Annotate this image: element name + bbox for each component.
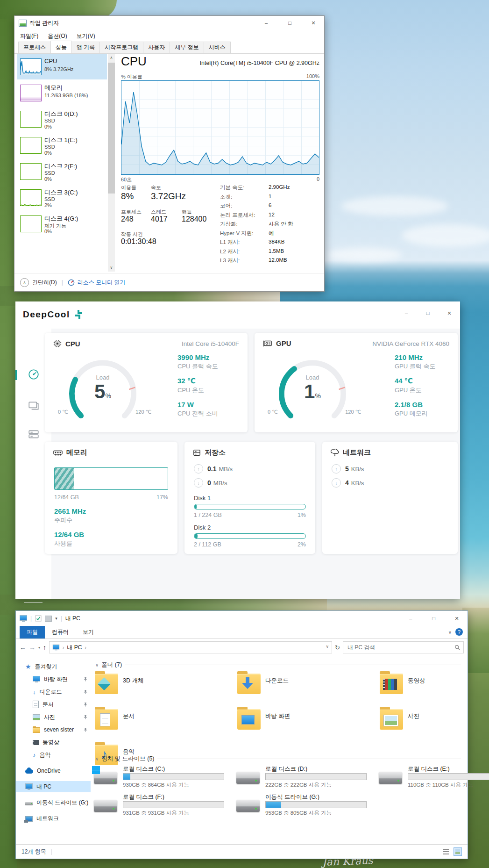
tab-file[interactable]: 파일 <box>20 626 45 638</box>
details-view-button[interactable] <box>443 848 451 855</box>
cpu-model: Intel(R) Core(TM) i5-10400F CPU @ 2.90GH… <box>199 60 319 66</box>
folder-tile-documents[interactable]: 문서 <box>94 709 234 733</box>
sidebar-item-pictures[interactable]: 사진 <box>33 711 88 723</box>
tab-computer[interactable]: 컴퓨터 <box>45 626 76 638</box>
maximize-button[interactable]: □ <box>423 611 445 626</box>
deepcool-titlebar[interactable]: DeepCool <box>23 309 84 320</box>
sidebar-item-removable-g[interactable]: 이동식 드라이브 (G:) <box>25 797 88 808</box>
drive-tile-c[interactable]: 로컬 디스크 (C:) 930GB 중 864GB 사용 가능 <box>94 765 234 790</box>
tab-view[interactable]: 보기 <box>76 626 101 638</box>
properties-icon[interactable] <box>35 615 42 622</box>
collapse-icon[interactable]: ∧ <box>20 278 29 287</box>
sidebar-item-desktop[interactable]: 바탕 화면 <box>33 674 88 685</box>
breadcrumb-this-pc[interactable]: 내 PC <box>67 644 82 652</box>
forward-button[interactable]: → <box>29 644 35 651</box>
maximize-button[interactable]: □ <box>417 306 439 320</box>
sidebar-item-music[interactable]: ♪ 음악 <box>33 749 51 760</box>
drive-tile-e[interactable]: 로컬 디스크 (E:) 110GB 중 110GB 사용 가능 <box>379 765 489 790</box>
search-icon[interactable] <box>454 645 460 650</box>
sidebar-item-disk1[interactable]: 디스크 1(E:) SSD 0% <box>17 133 107 158</box>
close-button[interactable]: ✕ <box>446 611 468 626</box>
breadcrumb[interactable]: › 내 PC › ∨ <box>49 641 332 653</box>
folder-tile-desktop[interactable]: 바탕 화면 <box>236 709 376 733</box>
maximize-button[interactable]: □ <box>279 16 301 30</box>
group-header-drives[interactable]: ∨ 장치 및 드라이브 (5) <box>95 755 461 763</box>
folder-tile-pictures[interactable]: 사진 <box>379 709 489 733</box>
explorer-titlebar[interactable]: | ▾ | 내 PC – □ ✕ <box>16 611 468 626</box>
search-box[interactable] <box>343 641 464 653</box>
close-button[interactable]: ✕ <box>439 306 460 320</box>
devices-icon[interactable] <box>28 428 40 440</box>
tab-processes[interactable]: 프로세스 <box>18 42 51 53</box>
tab-performance[interactable]: 성능 <box>50 41 72 53</box>
download-arrow-icon <box>242 677 253 691</box>
sidebar-item-memory[interactable]: 메모리 11.2/63.9GB (18%) <box>17 80 107 106</box>
dashboard-icon[interactable] <box>28 368 40 380</box>
close-button[interactable]: ✕ <box>303 16 324 30</box>
task-manager-titlebar[interactable]: 작업 관리자 – □ ✕ <box>14 16 324 30</box>
deepcool-window: DeepCool – □ ✕ <box>15 301 460 599</box>
gpu-card-icon <box>263 340 272 347</box>
up-button[interactable]: ↑ <box>43 644 46 651</box>
open-resource-monitor-link[interactable]: 리소스 모니터 열기 <box>78 279 126 287</box>
large-icons-view-button[interactable] <box>454 847 462 856</box>
drive-tile-g[interactable]: 이동식 드라이브 (G:) 953GB 중 805GB 사용 가능 <box>236 793 376 818</box>
folder-tile-3d-objects[interactable]: 3D 개체 <box>94 674 234 698</box>
tab-startup[interactable]: 시작프로그램 <box>99 42 143 53</box>
sidebar-item-disk3[interactable]: 디스크 3(C:) SSD 2% <box>17 185 107 210</box>
sidebar-item-downloads[interactable]: ↓ 다운로드 <box>33 686 88 697</box>
tab-users[interactable]: 사용자 <box>143 42 170 53</box>
tab-details[interactable]: 세부 정보 <box>170 42 204 53</box>
address-dropdown-icon[interactable]: ∨ <box>326 644 329 649</box>
folder-tile-downloads[interactable]: 다운로드 <box>236 674 376 698</box>
scrollbar[interactable]: ∧ ∨ <box>108 54 115 272</box>
sidebar-item-disk0[interactable]: 디스크 0(D:) SSD 0% <box>17 107 107 132</box>
sidebar-item-cpu[interactable]: CPU 8% 3.72GHz <box>17 54 107 79</box>
minimize-button[interactable]: – <box>396 306 417 320</box>
disk-thumbnail <box>20 189 42 206</box>
drive-tile-d[interactable]: 로컬 디스크 (D:) 222GB 중 222GB 사용 가능 <box>236 765 376 790</box>
minimize-button[interactable]: – <box>400 611 421 626</box>
back-button[interactable]: ← <box>20 644 26 651</box>
drive-tile-f[interactable]: 로컬 디스크 (F:) 931GB 중 931GB 사용 가능 <box>94 793 234 818</box>
scroll-down-icon[interactable]: ∨ <box>108 264 115 272</box>
memory-card: 메모리 12/64 GB 17% 2661 MHz주파수 12/64 GB사용률 <box>45 442 177 554</box>
sidebar-item-seven-sister[interactable]: seven sister <box>33 724 88 735</box>
folder-tile-videos[interactable]: 동영상 <box>379 674 489 698</box>
sidebar-item-onedrive[interactable]: OneDrive <box>25 765 61 776</box>
simple-view-button[interactable]: 간단히(D) <box>32 279 57 287</box>
tab-app-history[interactable]: 앱 기록 <box>71 42 100 53</box>
expand-ribbon-icon[interactable]: ∨ <box>448 630 452 635</box>
minimize-button[interactable]: – <box>255 16 277 30</box>
displays-icon[interactable] <box>28 400 40 412</box>
tab-services[interactable]: 서비스 <box>204 42 231 53</box>
search-input[interactable] <box>347 644 454 651</box>
quick-access-dropdown-icon[interactable]: ▾ <box>55 616 57 621</box>
stat-label-handles: 핸들 <box>182 208 192 215</box>
new-folder-icon[interactable] <box>45 616 52 622</box>
menu-file[interactable]: 파일(F) <box>20 32 38 40</box>
sidebar-item-quick-access[interactable]: ★ 즐겨찾기 <box>25 661 57 672</box>
sidebar-item-disk2[interactable]: 디스크 2(F:) SSD 0% <box>17 159 107 184</box>
active-indicator <box>15 370 17 380</box>
menu-view[interactable]: 보기(V) <box>77 32 95 40</box>
sidebar-item-videos[interactable]: 동영상 <box>33 737 59 748</box>
sidebar-item-this-pc[interactable]: 내 PC <box>16 781 91 792</box>
memory-usage-bar <box>54 467 168 490</box>
sidebar-item-documents[interactable]: 문서 <box>33 699 88 710</box>
scroll-up-icon[interactable]: ∧ <box>108 54 115 62</box>
refresh-icon[interactable]: ↻ <box>335 644 340 651</box>
menu-options[interactable]: 옵션(O) <box>48 32 67 40</box>
disk1-caption: 1 / 224 GB <box>194 512 222 518</box>
chart-y-label: % 이용률 <box>121 73 142 80</box>
recent-locations-icon[interactable]: ▾ <box>38 646 40 650</box>
help-icon[interactable]: ? <box>455 628 463 636</box>
music-note-icon: ♪ <box>33 752 36 759</box>
gpu-card-title: GPU <box>276 339 291 347</box>
sidebar-item-disk4[interactable]: 디스크 4(G:) 제거 가능 0% <box>17 211 107 237</box>
sidebar-item-network[interactable]: 네트워크 <box>25 813 59 824</box>
scrollbar-thumb[interactable] <box>108 63 115 194</box>
disk1-name: Disk 1 <box>194 495 211 502</box>
ribbon-tabs: 파일 컴퓨터 보기 ∨ ? <box>16 626 468 639</box>
group-header-folders[interactable]: ∨ 폴더 (7) <box>95 661 461 669</box>
